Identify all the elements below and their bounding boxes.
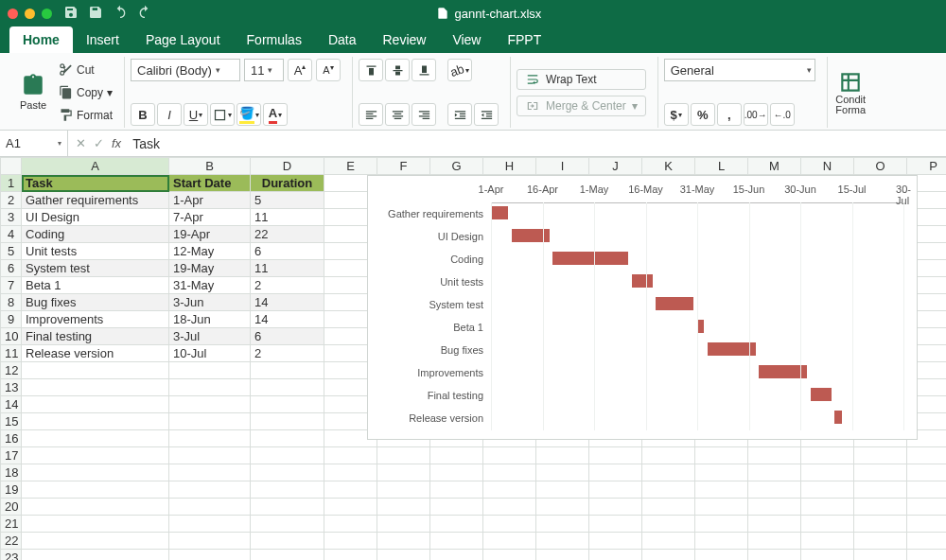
cut-button[interactable]: Cut bbox=[59, 60, 113, 80]
cell[interactable]: 5 bbox=[251, 192, 324, 209]
fx-icon[interactable]: fx bbox=[112, 136, 121, 150]
cell[interactable] bbox=[483, 447, 536, 464]
col-L[interactable]: L bbox=[695, 158, 748, 175]
percent-button[interactable]: % bbox=[691, 103, 715, 126]
cell[interactable] bbox=[169, 379, 251, 396]
cell[interactable] bbox=[748, 533, 801, 550]
cell[interactable]: Beta 1 bbox=[22, 277, 169, 294]
cell[interactable] bbox=[251, 413, 324, 430]
cell[interactable]: 7-Apr bbox=[169, 209, 251, 226]
align-left-button[interactable] bbox=[359, 103, 383, 126]
tab-view[interactable]: View bbox=[439, 26, 494, 53]
cell[interactable] bbox=[22, 533, 169, 550]
cell[interactable]: 14 bbox=[251, 294, 324, 311]
row-header-21[interactable]: 21 bbox=[1, 516, 22, 533]
fill-color-button[interactable]: 🪣▾ bbox=[236, 103, 261, 126]
cell[interactable] bbox=[251, 362, 324, 379]
cell[interactable] bbox=[324, 533, 377, 550]
cell[interactable] bbox=[907, 481, 947, 499]
cell[interactable] bbox=[169, 550, 251, 561]
cell[interactable] bbox=[695, 447, 748, 464]
cell[interactable]: 1-Apr bbox=[169, 192, 251, 209]
cell[interactable]: 19-Apr bbox=[169, 226, 251, 243]
cell[interactable]: Improvements bbox=[22, 311, 169, 328]
cell[interactable] bbox=[483, 516, 536, 533]
row-header-16[interactable]: 16 bbox=[1, 430, 22, 447]
cell[interactable] bbox=[642, 481, 695, 499]
cell[interactable] bbox=[169, 464, 251, 481]
copy-button[interactable]: Copy▾ bbox=[59, 82, 113, 103]
col-K[interactable]: K bbox=[642, 158, 695, 175]
row-header-5[interactable]: 5 bbox=[1, 243, 22, 260]
minimize-window-icon[interactable] bbox=[25, 9, 35, 19]
cell[interactable] bbox=[536, 550, 589, 561]
row-header-8[interactable]: 8 bbox=[1, 294, 22, 311]
row-21[interactable]: 21 bbox=[1, 516, 947, 533]
cell[interactable] bbox=[430, 481, 483, 499]
row-header-10[interactable]: 10 bbox=[1, 328, 22, 345]
cell[interactable] bbox=[251, 533, 324, 550]
row-header-13[interactable]: 13 bbox=[1, 379, 22, 396]
cell[interactable] bbox=[801, 499, 854, 516]
cell[interactable] bbox=[589, 516, 642, 533]
font-name-select[interactable]: Calibri (Body)▾ bbox=[131, 59, 240, 81]
cell[interactable] bbox=[22, 362, 169, 379]
save-icon[interactable] bbox=[63, 5, 79, 23]
cell[interactable] bbox=[377, 464, 430, 481]
cell[interactable] bbox=[536, 499, 589, 516]
cell[interactable]: UI Design bbox=[22, 209, 169, 226]
cell[interactable] bbox=[642, 533, 695, 550]
cell[interactable] bbox=[22, 481, 169, 499]
cell[interactable] bbox=[251, 516, 324, 533]
cell[interactable] bbox=[430, 464, 483, 481]
cell[interactable]: 31-May bbox=[169, 277, 251, 294]
cell[interactable] bbox=[169, 481, 251, 499]
cell[interactable] bbox=[801, 550, 854, 561]
cell[interactable] bbox=[907, 516, 947, 533]
cell[interactable] bbox=[377, 550, 430, 561]
cell[interactable] bbox=[801, 464, 854, 481]
cell[interactable] bbox=[169, 447, 251, 464]
cell[interactable]: 10-Jul bbox=[169, 345, 251, 362]
col-N[interactable]: N bbox=[801, 158, 854, 175]
decrease-font-button[interactable]: A▾ bbox=[316, 59, 341, 81]
cell[interactable]: 2 bbox=[251, 345, 324, 362]
cell[interactable] bbox=[589, 550, 642, 561]
cancel-formula-icon[interactable]: ✕ bbox=[76, 136, 86, 150]
cell[interactable] bbox=[589, 447, 642, 464]
cell[interactable] bbox=[695, 550, 748, 561]
col-F[interactable]: F bbox=[377, 158, 430, 175]
cell[interactable] bbox=[169, 499, 251, 516]
row-17[interactable]: 17 bbox=[1, 447, 947, 464]
cell[interactable] bbox=[907, 533, 947, 550]
tab-insert[interactable]: Insert bbox=[73, 26, 132, 53]
cell[interactable] bbox=[22, 550, 169, 561]
cell[interactable] bbox=[748, 499, 801, 516]
cell[interactable] bbox=[642, 550, 695, 561]
cell[interactable]: 18-Jun bbox=[169, 311, 251, 328]
row-header-12[interactable]: 12 bbox=[1, 362, 22, 379]
cell[interactable]: System test bbox=[22, 260, 169, 277]
cell[interactable] bbox=[536, 516, 589, 533]
cell[interactable] bbox=[430, 516, 483, 533]
enter-formula-icon[interactable]: ✓ bbox=[94, 136, 104, 150]
cell[interactable] bbox=[251, 499, 324, 516]
font-color-button[interactable]: A▾ bbox=[263, 103, 288, 126]
cell[interactable] bbox=[22, 396, 169, 413]
cell[interactable] bbox=[169, 516, 251, 533]
align-center-button[interactable] bbox=[385, 103, 410, 126]
select-all[interactable] bbox=[1, 158, 22, 175]
cell[interactable] bbox=[22, 464, 169, 481]
cell[interactable] bbox=[801, 447, 854, 464]
row-header-23[interactable]: 23 bbox=[1, 550, 22, 561]
tab-data[interactable]: Data bbox=[315, 26, 370, 53]
conditional-format-icon[interactable] bbox=[838, 70, 863, 95]
row-header-18[interactable]: 18 bbox=[1, 464, 22, 481]
cell[interactable]: Duration bbox=[251, 175, 324, 192]
cell[interactable] bbox=[22, 430, 169, 447]
increase-decimal-button[interactable]: .00→ bbox=[744, 103, 768, 126]
col-I[interactable]: I bbox=[536, 158, 589, 175]
cell[interactable] bbox=[430, 533, 483, 550]
cell[interactable] bbox=[854, 499, 907, 516]
number-format-select[interactable]: General▾ bbox=[664, 59, 815, 81]
